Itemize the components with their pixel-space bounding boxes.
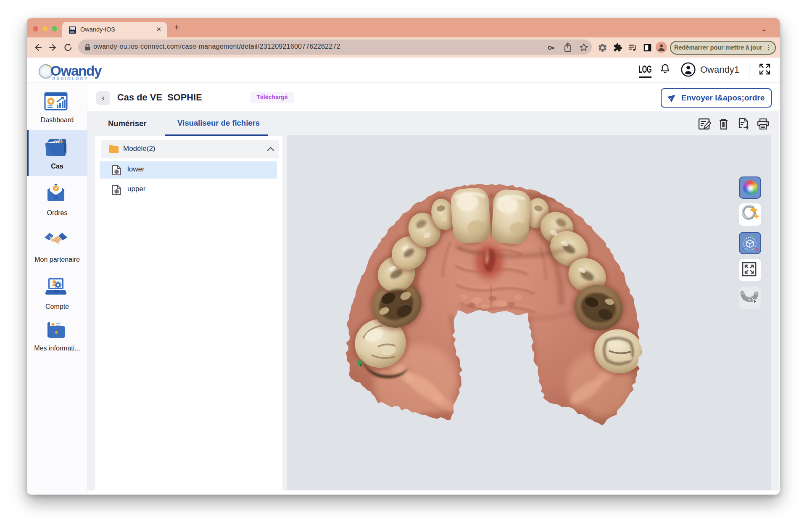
svg-text:IOS: IOS	[70, 31, 74, 33]
svg-text:RADIOLOGY: RADIOLOGY	[52, 76, 89, 81]
